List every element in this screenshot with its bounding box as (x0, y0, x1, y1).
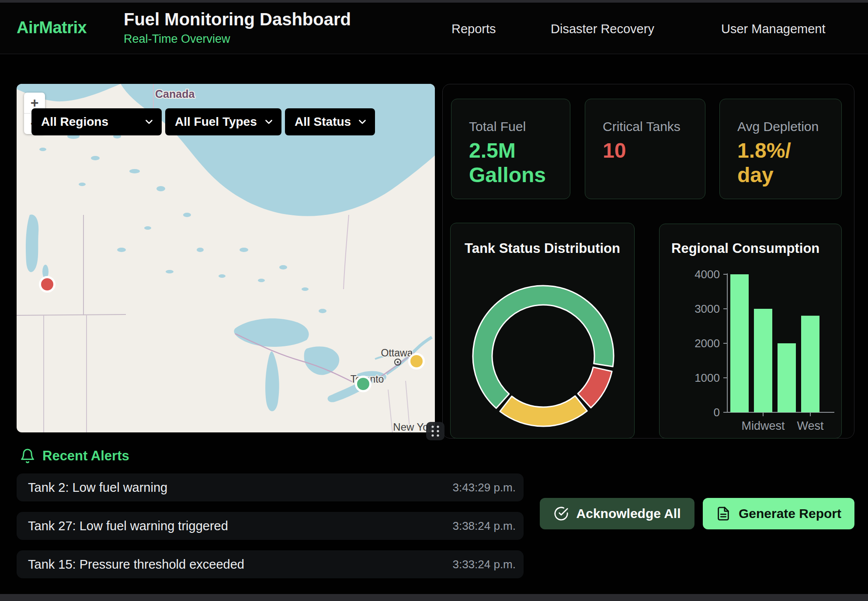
bar-region-3 (801, 316, 819, 412)
status-filter-value: All Status (295, 115, 351, 129)
alert-message: Tank 15: Pressure threshold exceeded (28, 557, 244, 572)
alert-message: Tank 2: Low fuel warning (28, 480, 167, 495)
acknowledge-all-label: Acknowledge All (576, 506, 681, 521)
map-resize-grip[interactable] (426, 422, 444, 440)
region-filter-select[interactable]: All Regions (31, 108, 162, 135)
alerts-title: Recent Alerts (42, 448, 129, 464)
stat-label: Avg Depletion (737, 119, 824, 134)
region-filter-value: All Regions (41, 115, 108, 129)
alert-row[interactable]: Tank 15: Pressure threshold exceeded 3:3… (17, 550, 524, 578)
alert-row[interactable]: Tank 2: Low fuel warning 3:43:29 p.m. (17, 473, 524, 501)
y-axis-tick-label: 1000 (694, 371, 720, 384)
map-filter-row: All Regions All Fuel Types All Status (31, 108, 375, 135)
stat-card-avg-depletion: Avg Depletion 1.8%/ day (719, 99, 842, 199)
bar-region-0 (730, 274, 749, 412)
regional-consumption-card: Regional Consumption 01000200030004000Mi… (659, 224, 842, 439)
x-axis-tick-label: Midwest (741, 419, 785, 432)
map-canvas: Canada Ottawa Toronto New York (17, 84, 435, 432)
donut-segment-critical (578, 367, 612, 408)
acknowledge-all-button[interactable]: Acknowledge All (540, 498, 694, 529)
y-axis-tick-label: 4000 (694, 268, 720, 281)
donut-segment-warning (500, 396, 587, 426)
map-marker-critical[interactable] (40, 277, 55, 292)
chevron-down-icon (143, 116, 155, 128)
tank-status-donut-chart (451, 223, 635, 439)
bar-region-1 (754, 309, 772, 412)
file-text-icon (716, 506, 731, 521)
nav-reports[interactable]: Reports (451, 22, 496, 36)
app-logo: AirMatrix (17, 18, 87, 37)
map-label-country: Canada (155, 88, 195, 100)
y-axis-tick-label: 2000 (694, 337, 720, 350)
map-marker-normal[interactable] (356, 377, 371, 391)
stat-label: Total Fuel (469, 119, 552, 134)
dashboard-root: AirMatrix Fuel Monitoring Dashboard Real… (0, 0, 868, 601)
nav-disaster-recovery[interactable]: Disaster Recovery (551, 22, 654, 36)
regional-consumption-bar-chart: 01000200030004000MidwestWest (660, 224, 842, 439)
generate-report-button[interactable]: Generate Report (703, 498, 854, 529)
alert-timestamp: 3:38:24 p.m. (452, 519, 516, 533)
bar-region-2 (778, 343, 796, 412)
fuel-type-filter-select[interactable]: All Fuel Types (165, 108, 281, 135)
map-panel[interactable]: Canada Ottawa Toronto New York + − All R… (17, 84, 435, 432)
title-block: Fuel Monitoring Dashboard Real-Time Over… (124, 10, 351, 46)
page-subtitle: Real-Time Overview (124, 32, 351, 46)
nav-user-management[interactable]: User Management (721, 22, 826, 36)
map-label-ottawa: Ottawa (381, 347, 413, 359)
stat-value-total-fuel: 2.5M Gallons (469, 138, 552, 187)
grip-dots-icon (426, 422, 444, 440)
bell-icon (20, 448, 35, 464)
chevron-down-icon (263, 116, 274, 128)
chevron-down-icon (357, 116, 368, 128)
page-title: Fuel Monitoring Dashboard (124, 10, 351, 29)
x-axis-tick-label: West (797, 419, 824, 432)
check-circle-icon (554, 506, 569, 521)
alert-timestamp: 3:43:29 p.m. (452, 481, 516, 494)
alert-message: Tank 27: Low fuel warning triggered (28, 519, 228, 533)
stat-card-total-fuel: Total Fuel 2.5M Gallons (451, 99, 570, 199)
header: AirMatrix Fuel Monitoring Dashboard Real… (0, 3, 868, 54)
status-filter-select[interactable]: All Status (285, 108, 375, 135)
alerts-header: Recent Alerts (20, 448, 129, 464)
alert-row[interactable]: Tank 27: Low fuel warning triggered 3:38… (17, 512, 524, 540)
stat-label: Critical Tanks (603, 119, 687, 134)
generate-report-label: Generate Report (739, 506, 841, 521)
y-axis-tick-label: 0 (714, 406, 720, 419)
map-marker-warning[interactable] (410, 354, 424, 369)
stat-card-critical-tanks: Critical Tanks 10 (585, 99, 705, 199)
y-axis-tick-label: 3000 (694, 302, 720, 315)
tank-status-card: Tank Status Distribution (450, 223, 635, 439)
stat-value-avg-depletion: 1.8%/ day (737, 138, 824, 187)
stat-value-critical-tanks: 10 (603, 138, 687, 163)
window-bottom-edge (0, 594, 868, 601)
fuel-type-filter-value: All Fuel Types (175, 115, 257, 129)
alert-timestamp: 3:33:24 p.m. (452, 558, 516, 571)
